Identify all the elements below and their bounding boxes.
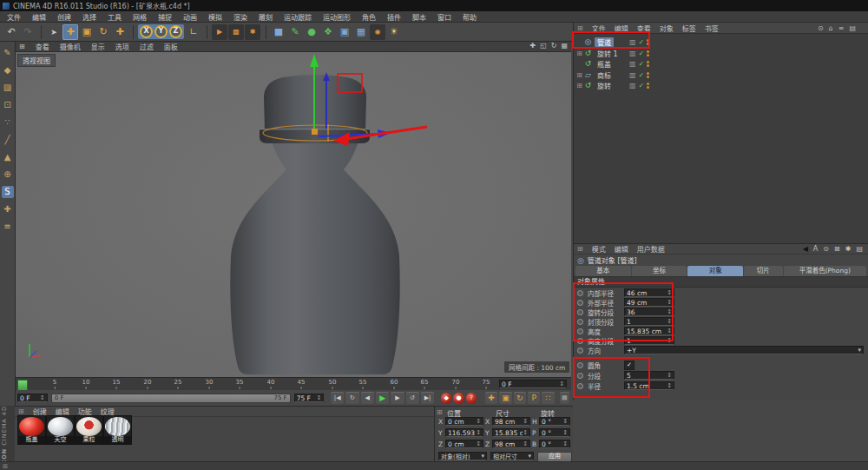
redo-icon[interactable]: ↷ [20, 24, 36, 40]
object-name[interactable]: 瓶盖 [595, 59, 614, 69]
om-menu-bookmarks[interactable]: 书签 [705, 23, 719, 33]
menu-item-mograph[interactable]: 运动图形 [323, 12, 351, 22]
enable-check-icon[interactable]: ✓ [639, 38, 645, 46]
list-icon[interactable]: ≡ [838, 24, 845, 32]
keyframe-dot-icon[interactable] [577, 348, 583, 354]
viewport[interactable]: 透视视图 网格间距 : 100 cm [16, 52, 571, 377]
keyframe-dot-icon[interactable] [577, 328, 583, 334]
layer-icon[interactable]: ▥ [629, 38, 636, 46]
keyframe-dot-icon[interactable] [577, 362, 583, 368]
material-thumbnail[interactable]: 透明 [103, 415, 132, 445]
rot-h-field[interactable]: 0 °↕ [539, 417, 570, 426]
gizmo-center-handle[interactable] [312, 129, 318, 135]
key-pla-button[interactable]: ∷ [542, 392, 554, 404]
om-menu-file[interactable]: 文件 [592, 23, 606, 33]
vp-menu-view[interactable]: 查看 [36, 42, 49, 51]
pos-z-field[interactable]: 0 cm↕ [445, 440, 483, 448]
menu-item-animate[interactable]: 动画 [183, 12, 197, 22]
toggle-panel-icon[interactable]: ▦ [561, 42, 568, 50]
texture-mode-icon[interactable]: ▨ [2, 82, 14, 94]
key-parameter-button[interactable]: P [528, 392, 540, 404]
search-icon[interactable]: ⊙ [823, 245, 829, 253]
keyframe-dot-icon[interactable] [577, 300, 583, 306]
viewport-label[interactable]: 透视视图 [17, 54, 56, 67]
object-list[interactable]: ◎ 管道 ▥✓ ⊞ ↺ 旋转 1 ▥✓ ↺ 瓶盖 ▥✓ ⊞ ▱ 商标 ▥✓ ⊞ … [574, 34, 868, 244]
menu-item-plugins[interactable]: 插件 [387, 12, 401, 22]
record-keyframe-button[interactable]: ◆ [441, 393, 451, 404]
tab-object[interactable]: 对象 [687, 266, 743, 276]
size-mode-dropdown[interactable]: 相对尺寸▾ [490, 452, 534, 460]
zoom-view-icon[interactable]: ◱ [540, 42, 547, 50]
lock-workplane-icon[interactable]: ✚ [2, 203, 14, 215]
floor-icon[interactable]: ▦ [353, 24, 369, 40]
visibility-dots[interactable] [647, 61, 649, 67]
menu-item-character[interactable]: 角色 [362, 12, 376, 22]
size-z-field[interactable]: 98 cm↕ [492, 440, 530, 448]
inner-radius-field[interactable]: 46 cm↕ [624, 288, 674, 297]
menu-item-mesh[interactable]: 网格 [133, 12, 147, 22]
layer-icon[interactable]: ▥ [629, 71, 636, 79]
rot-b-field[interactable]: 0 °↕ [539, 440, 570, 448]
layer-icon[interactable]: ▥ [629, 82, 636, 89]
gizmo-y-arrowhead[interactable] [310, 54, 319, 67]
rotate-view-icon[interactable]: ↻ [551, 42, 557, 50]
live-selection-icon[interactable]: ➤ [46, 24, 62, 40]
move-tool-icon[interactable]: ✚ [62, 24, 78, 40]
array-generator-icon[interactable]: ❖ [320, 24, 336, 40]
edges-mode-icon[interactable]: ╱ [2, 134, 14, 146]
render-view-icon[interactable]: ▶ [212, 24, 227, 40]
pos-x-field[interactable]: 0 cm↕ [445, 417, 483, 426]
panel-icon[interactable]: ⊞ [3, 463, 8, 470]
make-editable-icon[interactable]: ✎ [2, 47, 14, 59]
pos-y-field[interactable]: 116.593 cm↕ [445, 428, 483, 437]
polygons-mode-icon[interactable]: ▲ [2, 151, 14, 163]
object-row-lathe1[interactable]: ⊞ ↺ 旋转 1 ▥✓ [575, 48, 865, 58]
material-thumbnail[interactable]: 瓶盖 [17, 415, 46, 445]
rotation-segments-field[interactable]: 36↕ [624, 308, 674, 316]
fillet-checkbox[interactable]: ✓ [624, 361, 635, 370]
om-menu-objects[interactable]: 对象 [660, 23, 674, 33]
tree-toggle[interactable]: ⊞ [575, 82, 583, 89]
light-icon[interactable]: ☀ [386, 24, 402, 40]
deformer-icon[interactable]: ▣ [337, 24, 352, 40]
panel-icon[interactable]: ⊞ [19, 43, 25, 50]
tab-coord[interactable]: 坐标 [632, 266, 687, 276]
key-scale-button[interactable]: ▣ [499, 392, 511, 404]
subdivision-surface-icon[interactable]: ● [304, 24, 319, 40]
visibility-dots[interactable] [647, 39, 649, 45]
fillet-segments-field[interactable]: 5↕ [624, 371, 674, 380]
previous-frame-button[interactable]: ◀ [361, 392, 374, 404]
om-menu-edit[interactable]: 编辑 [615, 23, 628, 33]
back-arrow-icon[interactable]: ◀ [803, 245, 808, 253]
model-mode-icon[interactable]: ◆ [2, 64, 14, 76]
keyframe-dot-icon[interactable] [577, 383, 583, 389]
gear-icon[interactable]: ✱ [845, 245, 852, 253]
timeline-panel-icon[interactable]: ▤ [560, 392, 569, 404]
autokey-button[interactable]: ● [453, 393, 464, 404]
search-icon[interactable]: ⊙ [818, 24, 824, 32]
layer-icon[interactable]: ▥ [629, 60, 636, 68]
panel-icon[interactable]: ⊞ [577, 245, 583, 253]
y-axis-lock-icon[interactable]: Y [155, 25, 168, 38]
am-menu-userdata[interactable]: 用户数据 [637, 244, 665, 254]
menu-item-snap[interactable]: 捕捉 [158, 12, 172, 22]
object-row-label[interactable]: ⊞ ▱ 商标 ▥✓ [575, 70, 865, 80]
vp-menu-display[interactable]: 显示 [91, 42, 105, 51]
object-row-lathe[interactable]: ⊞ ↺ 旋转 ▥✓ [575, 80, 865, 90]
enable-axis-icon[interactable]: ⊕ [2, 169, 14, 181]
keyframe-dot-icon[interactable] [577, 319, 583, 325]
current-frame-field[interactable]: 0 F↕ [17, 394, 48, 402]
material-thumbnail[interactable]: 果粒 [75, 415, 103, 445]
object-row-tube[interactable]: ◎ 管道 ▥✓ [575, 36, 865, 47]
menu-item-help[interactable]: 帮助 [463, 12, 477, 22]
points-mode-icon[interactable]: ∵ [2, 116, 14, 129]
pan-view-icon[interactable]: ✚ [529, 42, 536, 50]
menu-item-motion-tracker[interactable]: 运动跟踪 [284, 12, 312, 22]
loop-range-button[interactable]: ↻ [345, 392, 358, 404]
layer-mode-icon[interactable]: ≡ [2, 221, 14, 233]
timeline-range-slider[interactable]: 0 F 75 F [51, 394, 291, 403]
end-frame-field[interactable]: 75 F↕ [294, 394, 325, 402]
vp-menu-filter[interactable]: 过滤 [140, 42, 154, 51]
visibility-dots[interactable] [647, 50, 649, 56]
key-rotation-button[interactable]: ↻ [514, 392, 526, 404]
